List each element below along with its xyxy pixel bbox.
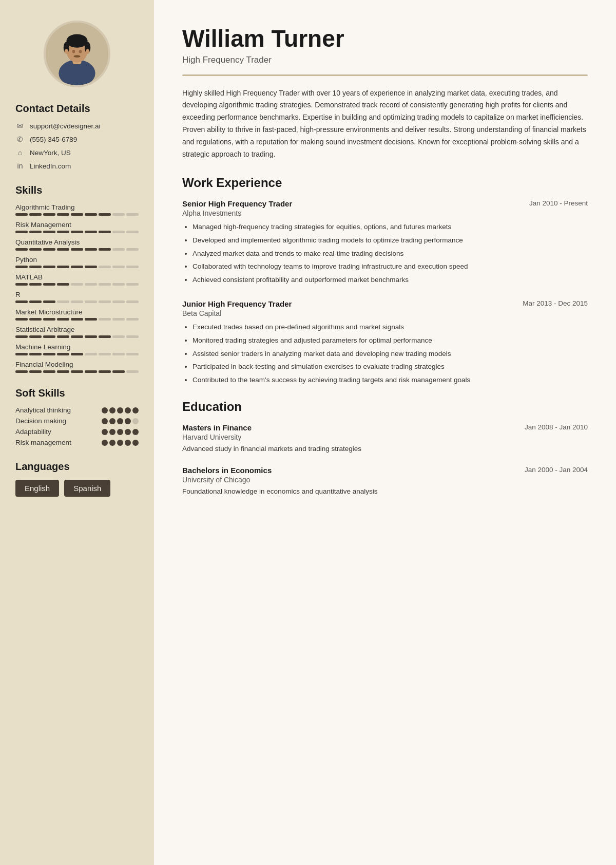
skill-segment	[85, 266, 97, 268]
job-bullet: Achieved consistent profitability and ou…	[192, 274, 588, 286]
skill-segment	[43, 335, 55, 338]
soft-skill-name: Adaptability	[15, 428, 97, 436]
skill-segment	[85, 370, 97, 373]
language-badge: English	[15, 480, 59, 497]
job-bullet: Developed and implemented algorithmic tr…	[192, 235, 588, 246]
skill-segment	[85, 231, 97, 233]
skill-segment	[126, 318, 139, 321]
edu-date: Jan 2008 - Jan 2010	[525, 423, 588, 431]
skill-segment	[126, 283, 139, 286]
job-bullets: Managed high-frequency trading strategie…	[182, 221, 588, 285]
skill-segment	[126, 248, 139, 251]
edu-degree: Bachelors in Economics	[182, 466, 272, 475]
skill-segment	[15, 318, 28, 321]
main-content: William Turner High Frequency Trader Hig…	[154, 0, 616, 865]
skill-name: Python	[15, 256, 139, 264]
job-block: Junior High Frequency TraderMar 2013 - D…	[182, 299, 588, 385]
skill-segment	[85, 335, 97, 338]
skill-segment	[99, 300, 111, 303]
soft-skill-dots	[102, 429, 139, 435]
job-bullet: Assisted senior traders in analyzing mar…	[192, 348, 588, 360]
skill-segment	[57, 283, 69, 286]
linkedin-icon: in	[15, 162, 25, 170]
skill-segment	[85, 318, 97, 321]
skill-segment	[99, 266, 111, 268]
skill-name: Risk Management	[15, 221, 139, 229]
skill-segment	[99, 231, 111, 233]
skill-segment	[99, 335, 111, 338]
skill-segment	[43, 231, 55, 233]
skill-segment	[71, 318, 83, 321]
dot	[102, 440, 108, 446]
skill-segment	[112, 231, 125, 233]
phone-icon: ✆	[15, 135, 25, 143]
skill-segment	[99, 370, 111, 373]
skill-segment	[126, 335, 139, 338]
skill-segment	[71, 335, 83, 338]
skill-segment	[112, 335, 125, 338]
header-divider	[182, 74, 588, 76]
skill-segment	[29, 335, 42, 338]
job-title: Junior High Frequency Trader	[182, 299, 292, 308]
skill-segment	[99, 318, 111, 321]
job-bullet: Executed trades based on pre-defined alg…	[192, 322, 588, 333]
dot	[117, 407, 123, 413]
location-icon: ⌂	[15, 148, 25, 157]
skill-name: R	[15, 291, 139, 298]
job-company: Alpha Investments	[182, 209, 588, 217]
skill-segment	[99, 248, 111, 251]
edu-school: University of Chicago	[182, 476, 588, 484]
skill-segment	[112, 300, 125, 303]
avatar-container	[15, 21, 139, 87]
skill-segment	[57, 213, 69, 216]
skill-segment	[85, 283, 97, 286]
skill-name: Algorithmic Trading	[15, 203, 139, 211]
candidate-name: William Turner	[182, 26, 588, 52]
skill-segment	[29, 353, 42, 355]
summary: Highly skilled High Frequency Trader wit…	[182, 87, 588, 161]
dot	[125, 407, 131, 413]
dot	[109, 407, 116, 413]
job-block: Senior High Frequency TraderJan 2010 - P…	[182, 199, 588, 285]
skill-segment	[126, 370, 139, 373]
skill-bar	[15, 335, 139, 338]
skill-segment	[112, 248, 125, 251]
skill-segment	[71, 231, 83, 233]
contact-phone: ✆ (555) 345-6789	[15, 135, 139, 143]
skill-bar	[15, 266, 139, 268]
skill-segment	[85, 300, 97, 303]
skill-name: Machine Learning	[15, 343, 139, 351]
skill-segment	[15, 335, 28, 338]
svg-point-8	[86, 49, 90, 54]
skill-segment	[126, 266, 139, 268]
soft-skills-title: Soft Skills	[15, 387, 139, 399]
svg-point-11	[73, 55, 80, 58]
skill-segment	[15, 283, 28, 286]
dot	[117, 429, 123, 435]
edu-header: Bachelors in EconomicsJan 2000 - Jan 200…	[182, 466, 588, 475]
skill-segment	[15, 300, 28, 303]
svg-point-10	[79, 50, 82, 53]
skill-segment	[112, 283, 125, 286]
dot	[132, 429, 139, 435]
skill-bar	[15, 300, 139, 303]
contact-linkedin: in LinkedIn.com	[15, 162, 139, 170]
skill-segment	[57, 300, 69, 303]
dot	[125, 418, 131, 424]
dot	[102, 429, 108, 435]
skill-segment	[29, 370, 42, 373]
work-experience-title: Work Experience	[182, 176, 588, 190]
soft-skill-name: Analytical thinking	[15, 406, 97, 414]
soft-skill-name: Decision making	[15, 417, 97, 425]
skill-segment	[57, 335, 69, 338]
candidate-job-title: High Frequency Trader	[182, 55, 588, 65]
job-bullet: Analyzed market data and trends to make …	[192, 248, 588, 259]
job-company: Beta Capital	[182, 309, 588, 317]
dot	[102, 418, 108, 424]
soft-skill-name: Risk management	[15, 439, 97, 446]
skill-segment	[71, 248, 83, 251]
soft-skill-dots	[102, 440, 139, 446]
skill-segment	[112, 266, 125, 268]
skill-name: Financial Modeling	[15, 361, 139, 368]
dot	[132, 418, 139, 424]
